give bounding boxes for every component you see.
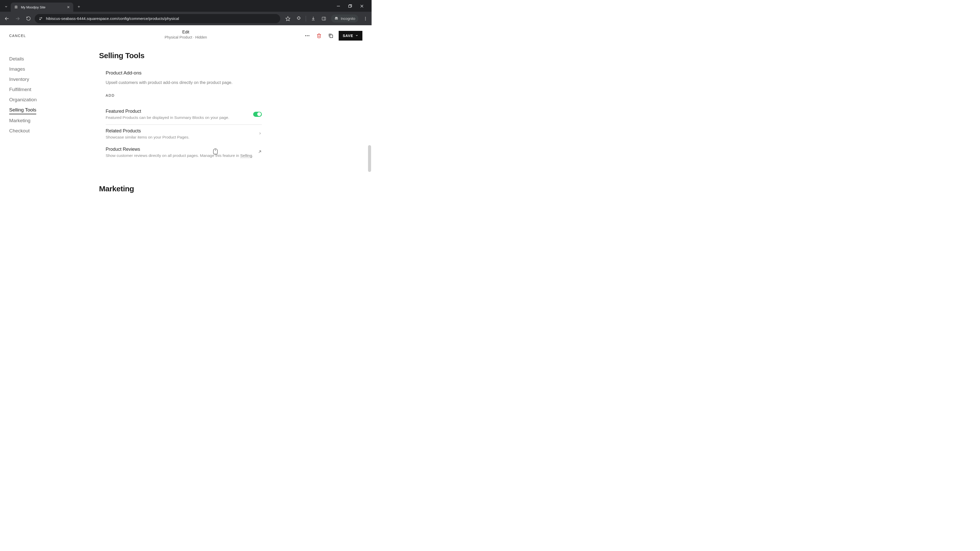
incognito-indicator[interactable]: Incognito [331,14,358,22]
nav-back-button[interactable] [3,14,11,23]
sidebar-item-marketing[interactable]: Marketing [9,116,84,126]
save-button[interactable]: SAVE [339,31,363,41]
editor-header: CANCEL Edit Physical Product · Hidden SA… [0,25,372,46]
svg-point-21 [305,35,306,36]
header-actions: SAVE [304,31,363,41]
window-minimize-icon[interactable] [335,3,342,9]
product-addons-block: Product Add-ons Upsell customers with pr… [99,70,268,97]
tab-strip: My Moodjoy Site ✕ ＋ [0,0,372,12]
browser-menu-icon[interactable] [362,15,369,22]
page-subtitle: Physical Product · Hidden [165,35,207,39]
window-maximize-icon[interactable] [347,3,353,9]
featured-product-title: Featured Product [106,109,253,114]
sidebar-item-details[interactable]: Details [9,54,84,64]
product-reviews-row[interactable]: Product Reviews Show customer reviews di… [106,143,262,162]
tab-favicon-icon [14,5,18,10]
section-heading-marketing: Marketing [99,184,268,193]
product-reviews-desc-suffix: . [252,153,253,158]
downloads-icon[interactable] [310,15,317,22]
duplicate-icon[interactable] [327,32,334,40]
sidebar-item-images[interactable]: Images [9,64,84,74]
scrollbar-thumb[interactable] [368,145,371,172]
svg-point-18 [365,17,366,17]
main-panel: Selling Tools Product Add-ons Upsell cus… [84,46,268,208]
sidebar-item-inventory[interactable]: Inventory [9,74,84,84]
header-title-group: Edit Physical Product · Hidden [165,30,207,39]
svg-rect-13 [322,17,326,20]
sidebar-item-organization[interactable]: Organization [9,95,84,105]
svg-point-19 [365,18,366,19]
toolbar-actions: Incognito [284,14,369,22]
svg-rect-1 [348,5,351,7]
browser-chrome: My Moodjoy Site ✕ ＋ hibiscus-seabass-644… [0,0,372,25]
svg-marker-10 [286,16,290,21]
delete-icon[interactable] [315,32,323,40]
sidebar-nav: Details Images Inventory Fulfillment Org… [0,46,84,208]
related-products-desc: Showcase similar items on your Product P… [106,135,258,140]
tab-close-icon[interactable]: ✕ [66,5,71,9]
add-addon-button[interactable]: ADD [106,94,268,97]
cancel-button[interactable]: CANCEL [9,34,26,38]
svg-point-16 [337,18,338,20]
product-reviews-desc-prefix: Show customer reviews directly on all pr… [106,153,240,158]
featured-product-toggle[interactable] [253,112,262,117]
svg-point-23 [308,35,309,36]
svg-point-15 [335,18,336,20]
url-text: hibiscus-seabass-6444.squarespace.com/co… [46,16,179,21]
tab-title: My Moodjoy Site [21,5,66,9]
product-reviews-desc: Show customer reviews directly on all pr… [106,153,258,158]
address-bar: hibiscus-seabass-6444.squarespace.com/co… [0,12,372,25]
window-controls [335,3,369,12]
featured-product-desc: Featured Products can be displayed in Su… [106,115,253,120]
incognito-label: Incognito [341,17,355,21]
product-reviews-title: Product Reviews [106,147,258,152]
svg-rect-24 [330,35,333,38]
svg-line-25 [259,151,261,153]
external-arrow-icon [258,150,262,155]
svg-point-8 [41,17,42,18]
site-info-icon[interactable] [38,16,43,21]
url-field[interactable]: hibiscus-seabass-6444.squarespace.com/co… [35,14,280,23]
chevron-down-icon [355,34,358,38]
related-products-row[interactable]: Related Products Showcase similar items … [106,125,262,143]
app-content: CANCEL Edit Physical Product · Hidden SA… [0,25,372,208]
nav-forward-button[interactable] [13,14,22,23]
window-close-icon[interactable] [359,3,365,9]
incognito-icon [334,16,339,21]
save-button-label: SAVE [343,34,353,38]
bookmark-star-icon[interactable] [284,15,291,22]
sidebar-item-fulfillment[interactable]: Fulfillment [9,84,84,95]
browser-tab[interactable]: My Moodjoy Site ✕ [11,3,73,12]
svg-point-22 [307,35,308,36]
extensions-icon[interactable] [295,15,302,22]
sidebar-item-checkout[interactable]: Checkout [9,126,84,136]
new-tab-button[interactable]: ＋ [75,3,83,10]
editor-body: Details Images Inventory Fulfillment Org… [0,46,372,208]
page-title: Edit [165,30,207,35]
product-addons-desc: Upsell customers with product add-ons di… [106,79,268,86]
more-menu-icon[interactable] [304,32,311,40]
sidebar-item-selling-tools[interactable]: Selling Tools [9,105,36,114]
related-products-title: Related Products [106,128,258,134]
nav-reload-button[interactable] [24,14,33,23]
section-heading-selling-tools: Selling Tools [99,51,268,60]
selling-link[interactable]: Selling [240,153,252,158]
product-addons-title: Product Add-ons [106,70,268,76]
featured-product-row: Featured Product Featured Products can b… [106,105,262,125]
chevron-right-icon [258,132,262,136]
tabs-dropdown-button[interactable] [3,3,10,10]
svg-point-20 [365,19,366,20]
side-panel-icon[interactable] [320,15,328,22]
